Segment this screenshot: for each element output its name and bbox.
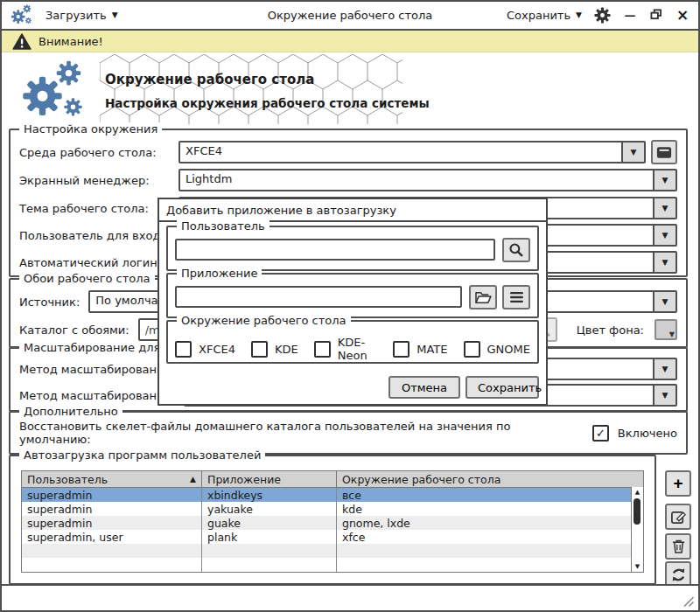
- folder-open-icon: [474, 290, 492, 304]
- app-logo-icon: [10, 4, 37, 26]
- title-bar: Загрузить ▼ Окружение рабочего стола Сох…: [2, 2, 698, 31]
- combo-arrow-button[interactable]: ▼: [653, 253, 676, 272]
- combo-arrow-button[interactable]: ▼: [653, 170, 676, 190]
- env-checkbox-xfce4[interactable]: [175, 341, 192, 358]
- column-header-user[interactable]: Пользователь ▲: [22, 471, 202, 487]
- dialog-user-legend: Пользователь: [177, 219, 270, 233]
- minimize-button[interactable]: —: [623, 10, 637, 21]
- desktop-theme-label: Тема рабочего стола:: [19, 202, 170, 215]
- dialog-user-search-button[interactable]: [502, 238, 530, 262]
- edit-pencil-icon: [670, 509, 687, 525]
- column-header-env[interactable]: Окружение рабочего стола: [337, 471, 643, 487]
- sort-asc-icon: ▲: [185, 475, 196, 483]
- table-row[interactable]: superadmin, user plank xfce: [22, 530, 643, 544]
- table-row[interactable]: superadmin yakuake kde: [22, 502, 643, 516]
- auto-login-label: Автоматический логин пол: [19, 256, 170, 269]
- scaling-method-label: Метод масштабирования: [19, 363, 175, 376]
- desktop-env-combobox[interactable]: XFCE4 ▼: [178, 141, 646, 163]
- dialog-env-group: Окружение рабочего стола XFCE4 KDE KDE-N…: [166, 320, 539, 364]
- dialog-cancel-button[interactable]: Отмена: [388, 376, 460, 399]
- install-env-button[interactable]: [651, 140, 677, 164]
- login-user-label: Пользователь для входа: [19, 229, 170, 242]
- settings-gear-icon[interactable]: [594, 7, 611, 24]
- chevron-down-icon: ▼: [669, 331, 675, 338]
- dialog-app-menu-button[interactable]: [502, 285, 530, 309]
- env-checkbox-kde-neon[interactable]: [314, 341, 331, 358]
- table-row[interactable]: superadmin guake gnome, lxde: [22, 516, 643, 530]
- page-header: Окружение рабочего стола Настройка окруж…: [2, 52, 698, 126]
- check-icon: ✓: [596, 427, 606, 440]
- save-menu-button[interactable]: Сохранить ▼: [507, 9, 582, 22]
- combo-arrow-button[interactable]: ▼: [653, 226, 676, 245]
- desktop-env-label: Среда рабочего стола:: [19, 146, 170, 159]
- wallpaper-group-legend: Обои рабочего стола: [19, 272, 155, 285]
- combo-arrow-button[interactable]: ▼: [653, 198, 676, 218]
- env-checkbox-label: MATE: [416, 343, 447, 356]
- dialog-app-input[interactable]: [175, 286, 462, 308]
- env-checkbox-label: KDE-Neon: [338, 336, 378, 362]
- scrollbar-thumb[interactable]: [634, 498, 640, 525]
- restore-button[interactable]: [649, 9, 663, 22]
- table-header-row: Пользователь ▲ Приложение Окружение рабо…: [22, 471, 643, 488]
- combo-arrow-button[interactable]: ▼: [621, 143, 644, 162]
- dialog-app-browse-button[interactable]: [469, 285, 497, 309]
- dialog-user-input[interactable]: [175, 239, 495, 261]
- bg-color-picker-button[interactable]: ▼: [654, 319, 677, 340]
- combo-arrow-button[interactable]: ▼: [653, 386, 676, 405]
- dialog-app-group: Приложение: [166, 273, 539, 318]
- warning-text: Внимание!: [38, 35, 103, 48]
- autostart-group: Автозагрузка программ пользователей Поль…: [9, 455, 656, 585]
- env-checkbox-label: KDE: [275, 343, 298, 356]
- restore-icon: [650, 9, 662, 20]
- column-header-app[interactable]: Приложение: [202, 471, 337, 487]
- warning-banner: Внимание!: [2, 31, 698, 52]
- load-menu-button[interactable]: Загрузить ▼: [46, 9, 118, 22]
- env-checkbox-label: XFCE4: [199, 343, 235, 356]
- app-logo-icon: [18, 59, 98, 121]
- search-icon: [508, 242, 524, 258]
- bg-color-label: Цвет фона:: [577, 323, 644, 337]
- autostart-table: Пользователь ▲ Приложение Окружение рабо…: [21, 470, 644, 573]
- hamburger-menu-icon: [509, 291, 524, 303]
- environment-group-legend: Настройка окружения: [19, 122, 162, 136]
- add-autostart-dialog: Добавить приложение в автозагрузку Польз…: [158, 198, 548, 406]
- load-menu-label: Загрузить: [46, 9, 107, 22]
- delete-row-button[interactable]: [665, 533, 691, 560]
- env-checkbox-gnome[interactable]: [464, 341, 480, 358]
- status-bar: [2, 584, 698, 610]
- combo-arrow-button[interactable]: ▼: [653, 359, 676, 379]
- dialog-save-button[interactable]: Сохранить: [466, 376, 539, 399]
- display-manager-value: Lightdm: [180, 170, 653, 190]
- edit-row-button[interactable]: [665, 504, 691, 530]
- autostart-group-legend: Автозагрузка программ пользователей: [19, 449, 265, 462]
- restore-skel-label: Восстановить скелет-файлы домашнего ката…: [19, 420, 584, 446]
- combo-arrow-button[interactable]: ▼: [653, 292, 676, 311]
- add-row-button[interactable]: +: [665, 470, 691, 497]
- page-title: Окружение рабочего стола: [105, 72, 314, 87]
- scroll-down-icon[interactable]: ▼: [632, 563, 643, 570]
- table-row-empty: [22, 544, 643, 558]
- scaling-method-label: Метод масштабирования: [19, 389, 175, 402]
- table-vertical-scrollbar[interactable]: ▲ ▼: [631, 487, 643, 572]
- table-row[interactable]: superadmin xbindkeys все: [22, 488, 643, 502]
- install-box-icon: [656, 145, 672, 160]
- window-title: Окружение рабочего стола: [268, 9, 433, 22]
- additional-group-legend: Дополнительно: [19, 405, 122, 418]
- dialog-user-group: Пользователь: [166, 226, 539, 271]
- env-checkbox-label: GNOME: [487, 343, 530, 356]
- env-checkbox-mate[interactable]: [393, 341, 410, 358]
- refresh-icon: [670, 567, 687, 583]
- table-row-empty: [22, 558, 643, 572]
- display-manager-combobox[interactable]: Lightdm ▼: [178, 169, 677, 191]
- wallpaper-dir-label: Каталог с обоями:: [19, 323, 130, 337]
- scroll-up-icon[interactable]: ▲: [632, 489, 643, 496]
- dialog-title: Добавить приложение в автозагрузку: [166, 204, 396, 217]
- close-button[interactable]: ×: [676, 8, 690, 23]
- save-menu-label: Сохранить: [507, 9, 570, 22]
- resize-grip[interactable]: [682, 595, 695, 608]
- warning-icon: [12, 33, 32, 50]
- env-checkbox-kde[interactable]: [251, 341, 268, 358]
- enabled-checkbox[interactable]: ✓: [592, 425, 609, 442]
- dialog-env-legend: Окружение рабочего стола: [177, 314, 351, 327]
- page-subtitle: Настройка окружения рабочего стола систе…: [105, 96, 430, 110]
